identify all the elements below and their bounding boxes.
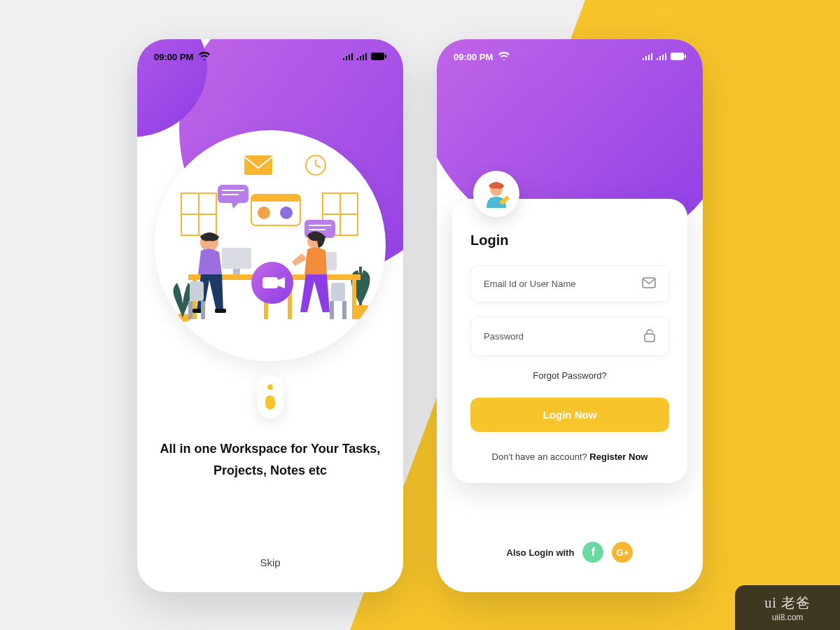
register-link[interactable]: Register Now: [589, 451, 648, 462]
watermark-brand: ui 老爸: [764, 594, 811, 612]
svg-rect-2: [349, 55, 350, 60]
svg-rect-71: [645, 334, 654, 342]
svg-rect-39: [352, 280, 356, 319]
svg-rect-65: [671, 52, 684, 60]
svg-rect-55: [262, 277, 278, 288]
svg-rect-48: [188, 301, 192, 319]
onboarding-headline: All in one Workspace for Your Tasks, Pro…: [158, 438, 382, 481]
wifi-icon: [498, 52, 510, 62]
login-button[interactable]: Login Now: [470, 398, 669, 432]
svg-rect-70: [643, 278, 655, 288]
lock-icon: [643, 328, 656, 344]
phone-onboarding: 09:00 PM: [137, 39, 403, 592]
svg-rect-51: [331, 283, 345, 301]
email-field[interactable]: Email Id or User Name: [470, 265, 669, 302]
register-line: Don't have an account? Register Now: [470, 451, 669, 462]
login-title: Login: [470, 232, 669, 248]
svg-rect-8: [371, 52, 384, 60]
svg-rect-40: [222, 248, 251, 269]
wifi-icon: [199, 52, 210, 62]
register-prompt: Don't have an account?: [492, 451, 590, 462]
signal-icon: [643, 52, 652, 62]
login-card: Login Email Id or User Name Password For…: [452, 199, 687, 483]
svg-rect-5: [360, 56, 361, 60]
svg-rect-9: [385, 55, 386, 58]
watermark: ui 老爸 uii8.com: [735, 585, 840, 630]
email-placeholder: Email Id or User Name: [484, 279, 575, 289]
phone-mockups-row: 09:00 PM: [0, 39, 840, 592]
skip-button[interactable]: Skip: [137, 556, 403, 568]
password-field[interactable]: Password: [470, 316, 669, 356]
svg-rect-19: [244, 155, 272, 175]
signal-icon: [657, 52, 666, 62]
svg-rect-58: [645, 56, 647, 60]
svg-rect-46: [215, 309, 226, 313]
svg-rect-0: [343, 58, 344, 60]
onboarding-illustration: [155, 130, 386, 361]
svg-rect-6: [363, 55, 364, 60]
svg-rect-63: [662, 55, 664, 60]
signal-icon: [357, 52, 367, 62]
page-dot-active: [265, 396, 275, 410]
battery-icon: [371, 52, 386, 62]
battery-icon: [671, 52, 686, 62]
svg-rect-64: [665, 53, 666, 60]
svg-marker-21: [232, 203, 239, 209]
mail-icon: [642, 277, 656, 290]
svg-rect-60: [651, 53, 652, 60]
svg-rect-1: [346, 56, 347, 60]
svg-rect-62: [659, 56, 661, 60]
svg-rect-7: [365, 53, 367, 60]
svg-rect-49: [201, 301, 205, 319]
svg-point-31: [280, 206, 293, 219]
status-bar: 09:00 PM: [154, 52, 386, 62]
svg-rect-29: [251, 195, 300, 202]
social-login-row: Also Login with f G+: [437, 542, 703, 563]
svg-rect-61: [657, 58, 658, 60]
phone-login: 09:00 PM: [437, 39, 703, 592]
page-dot: [267, 384, 273, 390]
svg-line-18: [316, 165, 321, 167]
forgot-password-link[interactable]: Forgot Password?: [470, 370, 669, 381]
svg-rect-47: [190, 281, 204, 301]
svg-rect-4: [357, 58, 358, 60]
watermark-url: uii8.com: [772, 612, 804, 622]
status-bar: 09:00 PM: [454, 52, 686, 62]
svg-rect-59: [648, 55, 650, 60]
svg-rect-52: [330, 301, 334, 319]
svg-rect-57: [643, 58, 644, 60]
status-time: 09:00 PM: [154, 52, 193, 62]
status-time: 09:00 PM: [454, 52, 493, 62]
svg-rect-3: [351, 53, 353, 60]
svg-rect-53: [342, 301, 346, 319]
facebook-icon[interactable]: f: [582, 542, 603, 563]
svg-rect-66: [685, 55, 686, 58]
page-indicator[interactable]: [257, 375, 284, 419]
also-login-label: Also Login with: [507, 547, 575, 558]
google-plus-icon[interactable]: G+: [612, 542, 633, 563]
svg-point-30: [258, 206, 270, 219]
password-placeholder: Password: [484, 331, 524, 342]
avatar: [473, 171, 519, 217]
svg-rect-41: [233, 269, 240, 274]
signal-icon: [343, 52, 353, 62]
